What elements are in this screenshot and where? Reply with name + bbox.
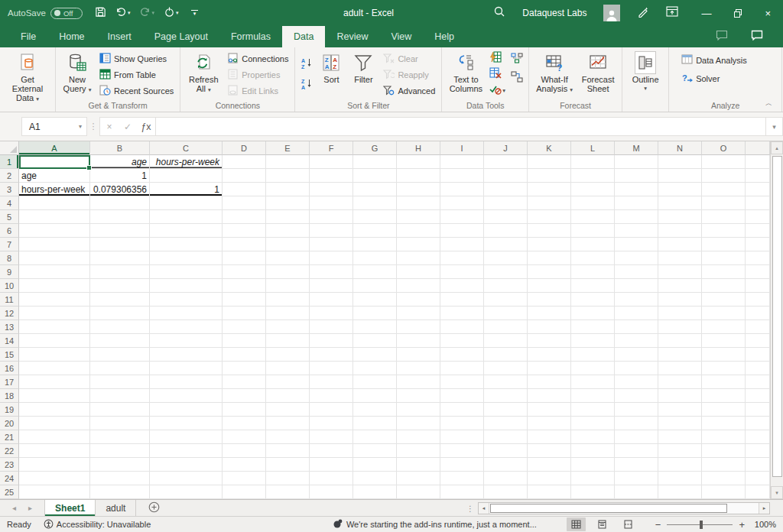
relationships-button[interactable] — [509, 71, 525, 86]
insert-function-icon[interactable]: ƒx — [137, 122, 155, 132]
cell-A8[interactable] — [19, 251, 90, 265]
refresh-all-button[interactable]: Refresh All ▾ — [184, 49, 223, 100]
cell-F6[interactable] — [310, 224, 353, 238]
cell-E17[interactable] — [266, 375, 310, 389]
cell-L21[interactable] — [571, 430, 615, 444]
cell-O17[interactable] — [702, 375, 746, 389]
cell-D19[interactable] — [223, 403, 266, 417]
cell-H6[interactable] — [397, 224, 440, 238]
row-header-23[interactable]: 23 — [0, 458, 19, 472]
column-header-H[interactable]: H — [397, 141, 440, 155]
scroll-up-icon[interactable]: ▴ — [771, 141, 783, 154]
cell-M15[interactable] — [615, 348, 658, 362]
cell-A20[interactable] — [19, 417, 90, 430]
cell-A19[interactable] — [19, 403, 90, 417]
cell-M1[interactable] — [615, 155, 658, 169]
touch-mode-dropdown-icon[interactable]: ▾ — [176, 10, 179, 16]
cell-G2[interactable] — [353, 169, 397, 183]
cell-A13[interactable] — [19, 320, 90, 334]
row-header-6[interactable]: 6 — [0, 224, 19, 238]
cell-E13[interactable] — [266, 320, 310, 334]
cell-J17[interactable] — [484, 375, 528, 389]
undo-button[interactable]: ▾ — [112, 4, 134, 22]
filter-button[interactable]: Filter — [348, 49, 379, 100]
horizontal-scroll-thumb[interactable] — [490, 504, 727, 513]
cell-E20[interactable] — [266, 417, 310, 430]
cell-E16[interactable] — [266, 362, 310, 375]
cell-D12[interactable] — [223, 307, 266, 320]
cell-H14[interactable] — [397, 334, 440, 348]
edit-links-button[interactable]: Edit Links — [225, 83, 291, 98]
new-query-button[interactable]: New Query ▾ — [60, 49, 95, 100]
column-header-F[interactable]: F — [310, 141, 353, 155]
cell-M2[interactable] — [615, 169, 658, 183]
cell-N17[interactable] — [658, 375, 702, 389]
cell-C14[interactable] — [150, 334, 223, 348]
minimize-button[interactable]: — — [701, 8, 711, 19]
cell-G10[interactable] — [353, 279, 397, 293]
cell-H11[interactable] — [397, 293, 440, 307]
cell-E10[interactable] — [266, 279, 310, 293]
cell-K14[interactable] — [528, 334, 571, 348]
text-to-columns-button[interactable]: Text to Columns — [446, 49, 486, 100]
cell-C22[interactable] — [150, 444, 223, 458]
cell-L14[interactable] — [571, 334, 615, 348]
cell-H13[interactable] — [397, 320, 440, 334]
cell-M5[interactable] — [615, 210, 658, 224]
cell-N15[interactable] — [658, 348, 702, 362]
cell-H5[interactable] — [397, 210, 440, 224]
cell-M22[interactable] — [615, 444, 658, 458]
cell-J9[interactable] — [484, 265, 528, 279]
cell-A14[interactable] — [19, 334, 90, 348]
cell-O5[interactable] — [702, 210, 746, 224]
cell-O13[interactable] — [702, 320, 746, 334]
cell-H20[interactable] — [397, 417, 440, 430]
cell-A9[interactable] — [19, 265, 90, 279]
cell-A3[interactable]: hours-per-week — [19, 183, 90, 196]
cell-E23[interactable] — [266, 458, 310, 472]
cell-F24[interactable] — [310, 472, 353, 485]
forecast-sheet-button[interactable]: Forecast Sheet — [578, 49, 618, 100]
cell-M12[interactable] — [615, 307, 658, 320]
cell-O16[interactable] — [702, 362, 746, 375]
cell-A2[interactable]: age — [19, 169, 90, 183]
cell-C21[interactable] — [150, 430, 223, 444]
cell-N21[interactable] — [658, 430, 702, 444]
column-header-I[interactable]: I — [440, 141, 484, 155]
cell-C20[interactable] — [150, 417, 223, 430]
cell-K16[interactable] — [528, 362, 571, 375]
name-box[interactable]: A1 ▾ — [21, 117, 87, 136]
cell-B23[interactable] — [90, 458, 150, 472]
cell-A4[interactable] — [19, 196, 90, 210]
cell-F8[interactable] — [310, 251, 353, 265]
cell-J2[interactable] — [484, 169, 528, 183]
cell-D14[interactable] — [223, 334, 266, 348]
cell-B2[interactable]: 1 — [90, 169, 150, 183]
cell-K18[interactable] — [528, 389, 571, 403]
cell-J14[interactable] — [484, 334, 528, 348]
data-validation-button[interactable]: ▾ — [488, 83, 507, 98]
cell-D23[interactable] — [223, 458, 266, 472]
cell-N14[interactable] — [658, 334, 702, 348]
cell-N10[interactable] — [658, 279, 702, 293]
tab-view[interactable]: View — [379, 26, 423, 47]
cell-L8[interactable] — [571, 251, 615, 265]
cell-C10[interactable] — [150, 279, 223, 293]
cell-H25[interactable] — [397, 485, 440, 499]
cell-D16[interactable] — [223, 362, 266, 375]
cell-J3[interactable] — [484, 183, 528, 196]
cell-M10[interactable] — [615, 279, 658, 293]
cell-C3[interactable]: 1 — [150, 183, 223, 196]
cell-C25[interactable] — [150, 485, 223, 499]
cell-N18[interactable] — [658, 389, 702, 403]
cell-I18[interactable] — [440, 389, 484, 403]
tab-review[interactable]: Review — [325, 26, 379, 47]
cell-J19[interactable] — [484, 403, 528, 417]
cell-F3[interactable] — [310, 183, 353, 196]
row-header-20[interactable]: 20 — [0, 417, 19, 430]
advanced-filter-button[interactable]: Advanced — [381, 83, 437, 98]
scroll-left-icon[interactable]: ◂ — [479, 503, 489, 514]
customize-quick-access-button[interactable]: ▾ — [184, 4, 204, 22]
row-header-22[interactable]: 22 — [0, 444, 19, 458]
flash-fill-button[interactable] — [488, 51, 507, 66]
